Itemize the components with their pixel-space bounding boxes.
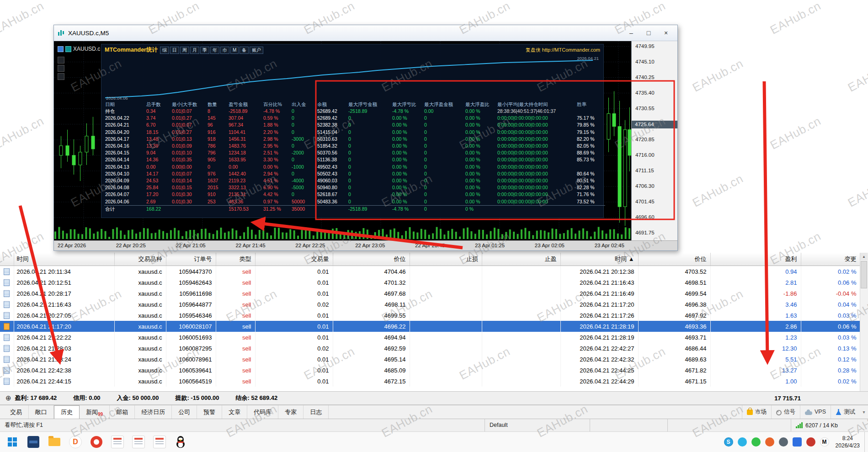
chart-window-titlebar[interactable]: XAUUSD.c,M5 – □ × bbox=[54, 25, 677, 41]
start-button[interactable] bbox=[2, 433, 23, 451]
mini-button[interactable] bbox=[58, 73, 64, 80]
stats-cell: 0:00:00|0:00:00|0:00:00 bbox=[496, 115, 576, 122]
tray-icon[interactable] bbox=[738, 437, 747, 447]
history-row[interactable]: 2026.04.21 21:16:43xauusd.c1059644877sel… bbox=[0, 299, 860, 310]
history-cell: xauusd.c bbox=[114, 365, 166, 376]
history-col-header[interactable]: 价位 bbox=[333, 253, 410, 266]
price-scale-label: 4720.85 bbox=[635, 137, 655, 142]
taskbar-app-doc-2[interactable] bbox=[128, 433, 149, 451]
history-row[interactable]: 2026.04.21 21:28:03xauusd.c1060087295sel… bbox=[0, 343, 860, 354]
tab-历史[interactable]: 历史 bbox=[54, 405, 80, 419]
stats-cell: 50940.80 bbox=[316, 184, 347, 191]
history-cell: 2026.04.21 22:42:27 bbox=[560, 343, 638, 354]
stats-panel-tabs: 综日周月季年巾M备账户 bbox=[160, 47, 263, 54]
stats-cell: 0 bbox=[423, 177, 464, 184]
taskbar-app-qq[interactable] bbox=[170, 433, 191, 451]
stats-cell: 0.00 % bbox=[391, 170, 423, 177]
tray-icon[interactable]: S bbox=[724, 437, 733, 447]
show-desktop-button[interactable] bbox=[864, 432, 868, 452]
taskbar-clock[interactable]: 8:24 2026/4/23 bbox=[836, 435, 860, 449]
tool-market[interactable]: 市场 bbox=[742, 405, 771, 419]
tab-邮箱[interactable]: 邮箱 bbox=[110, 405, 135, 419]
stats-cell: 2026.04.16 bbox=[104, 143, 145, 149]
history-col-header[interactable]: 交易量 bbox=[255, 253, 333, 266]
stats-cell: 73.52 % bbox=[576, 198, 605, 206]
history-row[interactable]: 2026.04.21 20:28:17xauusd.c1059611698sel… bbox=[0, 288, 860, 299]
history-col-header[interactable]: 订单号 bbox=[166, 253, 216, 266]
maximize-button[interactable]: □ bbox=[641, 27, 656, 38]
stats-tab-年[interactable]: 年 bbox=[210, 47, 219, 54]
history-col-header[interactable]: 变更 bbox=[801, 253, 860, 266]
history-row[interactable]: 2026.04.21 22:44:15xauusd.c1060564519sel… bbox=[0, 376, 860, 387]
history-icon-col-header bbox=[0, 253, 14, 266]
chart-mini-toolbar[interactable] bbox=[58, 57, 64, 80]
tray-icon[interactable] bbox=[806, 437, 815, 447]
tab-交易[interactable]: 交易 bbox=[4, 405, 29, 419]
taskbar-app-browser-d[interactable]: D bbox=[65, 433, 86, 451]
tab-公司[interactable]: 公司 bbox=[172, 405, 197, 419]
history-col-header[interactable]: 止盈 bbox=[482, 253, 560, 266]
tab-日志[interactable]: 日志 bbox=[304, 405, 329, 419]
stats-tab-月[interactable]: 月 bbox=[190, 47, 199, 54]
history-col-header[interactable]: 价位 bbox=[638, 253, 710, 266]
stats-tab-备[interactable]: 备 bbox=[240, 47, 249, 54]
tab-新闻[interactable]: 新闻99 bbox=[80, 405, 110, 419]
tab-文章[interactable]: 文章 bbox=[222, 405, 247, 419]
vps-icon bbox=[805, 411, 812, 415]
history-row[interactable]: 2026.04.21 21:23:24xauusd.c1060078961sel… bbox=[0, 354, 860, 365]
tab-经济日历[interactable]: 经济日历 bbox=[135, 405, 172, 419]
history-col-header[interactable]: 时间 ▲ bbox=[560, 253, 638, 266]
history-col-header[interactable]: 止损 bbox=[410, 253, 482, 266]
tab-代码库[interactable]: 代码库 bbox=[247, 405, 278, 419]
chart-window[interactable]: XAUUSD.c,M5 – □ × XAUUSD.c MTCommander统 bbox=[53, 25, 678, 251]
stats-tab-周[interactable]: 周 bbox=[180, 47, 189, 54]
history-row[interactable]: 2026.04.21 21:17:20xauusd.c1060028107sel… bbox=[0, 321, 860, 332]
expand-icon[interactable]: ⊕ bbox=[5, 394, 11, 402]
scrollbar-thumb[interactable] bbox=[861, 261, 867, 288]
symbol-chip[interactable]: XAUUSD.c bbox=[58, 46, 100, 52]
stats-tab-账户[interactable]: 账户 bbox=[250, 47, 263, 54]
stats-tab-M[interactable]: M bbox=[230, 47, 239, 54]
tray-icon[interactable] bbox=[751, 437, 761, 447]
stats-tab-季[interactable]: 季 bbox=[200, 47, 209, 54]
tray-icon[interactable] bbox=[793, 437, 802, 447]
tab-预警[interactable]: 预警 bbox=[197, 405, 222, 419]
history-row[interactable]: 2026.04.21 21:22:22xauusd.c1060051693sel… bbox=[0, 332, 860, 343]
close-button[interactable]: × bbox=[658, 27, 674, 38]
history-row[interactable]: 2026.04.21 20:11:34xauusd.c1059447370sel… bbox=[0, 266, 860, 277]
taskbar-app-browser-red[interactable] bbox=[86, 433, 107, 451]
tool-signal[interactable]: 信号 bbox=[771, 405, 800, 419]
taskbar-app-doc-3[interactable] bbox=[149, 433, 170, 451]
chart-plot[interactable]: XAUUSD.c MTCommander统计 综日周月季年巾M备账户 复盘侠 h… bbox=[54, 41, 632, 240]
mini-button[interactable] bbox=[58, 57, 64, 64]
taskbar-app-doc-1[interactable] bbox=[107, 433, 128, 451]
tray-icon[interactable]: M bbox=[820, 437, 829, 447]
connection-status[interactable]: 6207 / 14 Kb bbox=[791, 419, 868, 431]
tool-vps[interactable]: VPS bbox=[800, 405, 831, 419]
stats-tab-日[interactable]: 日 bbox=[170, 47, 179, 54]
history-row[interactable]: 2026.04.21 20:12:51xauusd.c1059462643sel… bbox=[0, 277, 860, 288]
tab-敞口[interactable]: 敞口 bbox=[29, 405, 54, 419]
scroll-up-icon[interactable]: ▴ bbox=[860, 253, 868, 260]
tray-icon[interactable] bbox=[779, 437, 788, 447]
history-col-header[interactable]: 盈利 bbox=[710, 253, 801, 266]
tray-icon[interactable] bbox=[765, 437, 774, 447]
history-col-header[interactable]: 类型 bbox=[216, 253, 255, 266]
history-row[interactable]: 2026.04.21 20:27:05xauusd.c1059546346sel… bbox=[0, 310, 860, 321]
stats-tab-巾[interactable]: 巾 bbox=[220, 47, 229, 54]
taskbar-app-explorer[interactable] bbox=[23, 433, 44, 451]
history-row[interactable]: 2026.04.21 22:42:38xauusd.c1060539641sel… bbox=[0, 365, 860, 376]
stats-col-header: 数量 bbox=[207, 101, 228, 108]
history-col-header[interactable]: 交易品种 bbox=[114, 253, 166, 266]
profile-selector[interactable]: Default bbox=[485, 419, 590, 431]
taskbar-app-folder[interactable] bbox=[44, 433, 65, 451]
minimize-button[interactable]: – bbox=[623, 27, 639, 38]
chevron-down-icon[interactable]: ▾ bbox=[860, 405, 868, 419]
tab-专家[interactable]: 专家 bbox=[278, 405, 304, 419]
history-cell: 1060078961 bbox=[166, 354, 216, 365]
history-col-header[interactable]: 时间 bbox=[14, 253, 114, 266]
tool-test[interactable]: 测试 bbox=[831, 405, 860, 419]
history-scrollbar[interactable]: ▴ ▾ bbox=[860, 253, 868, 405]
mini-button[interactable] bbox=[58, 65, 64, 72]
stats-tab-综[interactable]: 综 bbox=[160, 47, 169, 54]
